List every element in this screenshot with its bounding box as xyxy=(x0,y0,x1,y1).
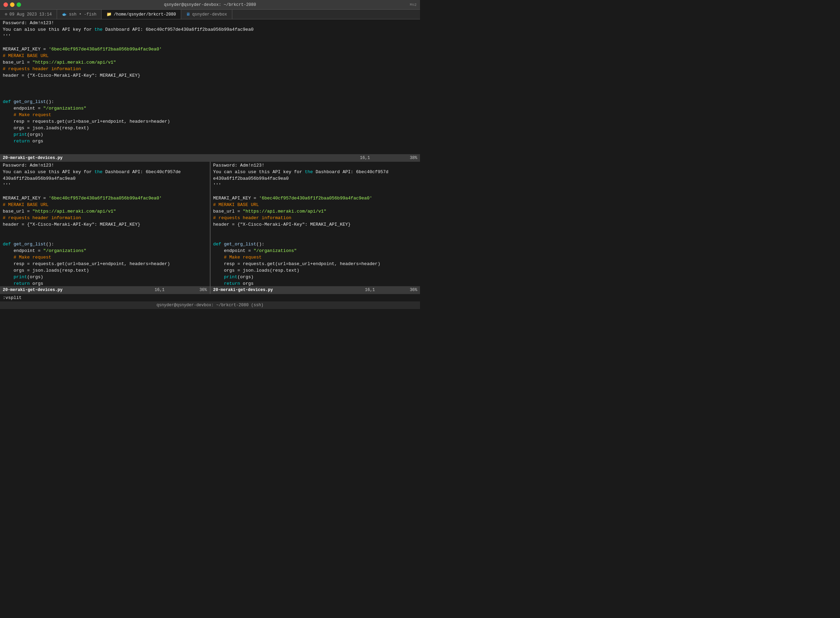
code-line xyxy=(0,189,210,195)
folder-icon: 📁 xyxy=(107,12,112,17)
left-status-percent: 36% xyxy=(199,288,207,293)
code-line: print(orgs) xyxy=(211,274,420,281)
code-line: orgs = json.loads(resp.text) xyxy=(0,267,210,274)
tab-ssh-label: ssh • -fish xyxy=(69,12,97,17)
code-line: ''' xyxy=(0,33,420,40)
code-line xyxy=(211,235,420,241)
code-line xyxy=(0,79,420,86)
split-left-pane: Password: Adm!n123! You can also use thi… xyxy=(0,162,210,294)
tab-host[interactable]: 🖥 qsnyder-devbox xyxy=(181,10,232,19)
code-line: return orgs xyxy=(0,281,210,286)
tab-ssh[interactable]: 🐟 ssh • -fish xyxy=(57,10,102,19)
code-line: You can also use this API key for the Da… xyxy=(0,169,210,175)
right-status-percent: 36% xyxy=(410,288,417,293)
right-status-filename: 20-meraki-get-devices.py xyxy=(213,288,273,293)
code-line: MERAKI_API_KEY = '6bec40cf957de430a6f1f2… xyxy=(0,195,210,202)
top-status-pos: 16,1 38% xyxy=(360,156,417,160)
left-status-position: 16,1 xyxy=(155,288,165,293)
code-line: base_url = "https://api.meraki.com/api/v… xyxy=(211,208,420,215)
close-button[interactable] xyxy=(3,2,8,7)
code-line: You can also use this API key for the Da… xyxy=(211,169,420,175)
code-line: return orgs xyxy=(211,281,420,286)
bottom-label: qsnyder@qsnyder-devbox: ~/brkcrt-2080 (s… xyxy=(157,303,264,308)
right-status-bar: 20-meraki-get-devices.py 16,1 36% xyxy=(211,286,420,294)
code-line: def get_org_list(): xyxy=(0,241,210,248)
code-line: e430a6f1f2baa056b99a4fac9ea0 xyxy=(211,175,420,182)
left-code-content: Password: Adm!n123! You can also use thi… xyxy=(0,162,210,286)
code-line xyxy=(0,86,420,92)
tab-dir[interactable]: 📁 /home/qsnyder/brkcrt-2080 xyxy=(102,10,181,19)
top-status-percent: 38% xyxy=(410,156,417,160)
top-status-bar: 20-meraki-get-devices.py 16,1 38% xyxy=(0,154,420,162)
code-line: ''' xyxy=(211,182,420,189)
code-line: base_url = "https://api.meraki.com/api/v… xyxy=(0,59,420,66)
code-line: resp = requests.get(url=base_url+endpoin… xyxy=(0,119,420,125)
right-status-pos: 16,1 36% xyxy=(365,288,417,293)
window-title: qsnyder@qsnyder-devbox: ~/brkcrt-2080 xyxy=(164,2,256,7)
monitor-icon: 🖥 xyxy=(186,12,190,17)
right-status-position: 16,1 xyxy=(365,288,375,293)
code-line: # MERAKI BASE URL xyxy=(0,202,210,208)
code-line xyxy=(211,228,420,235)
code-line: def get_org_list(): xyxy=(211,241,420,248)
code-line: return orgs xyxy=(0,138,420,145)
code-line: endpoint = "/organizations" xyxy=(211,248,420,254)
code-line: # MERAKI BASE URL xyxy=(0,53,420,59)
code-line: # MERAKI BASE URL xyxy=(211,202,420,208)
code-line: header = {"X-Cisco-Meraki-API-Key": MERA… xyxy=(211,221,420,228)
code-line: Password: Adm!n123! xyxy=(0,20,420,27)
maximize-button[interactable] xyxy=(16,2,21,7)
code-line: # requests header information xyxy=(211,215,420,221)
bottom-info-bar: qsnyder@qsnyder-devbox: ~/brkcrt-2080 (s… xyxy=(0,302,420,309)
tab-host-label: qsnyder-devbox xyxy=(192,12,227,17)
left-status-pos: 16,1 36% xyxy=(155,288,207,293)
minimize-button[interactable] xyxy=(10,2,15,7)
split-right-pane: Password: Adm!n123! You can also use thi… xyxy=(211,162,420,294)
code-line: MERAKI_API_KEY = '6bec40cf957de430a6f1f2… xyxy=(211,195,420,202)
code-line: MERAKI_API_KEY = '6bec40cf957de430a6f1f2… xyxy=(0,46,420,53)
tab-date-label: 09 Aug 2023 13:14 xyxy=(9,12,52,17)
tab-date[interactable]: ⊙ 09 Aug 2023 13:14 xyxy=(0,10,57,19)
code-line: header = {"X-Cisco-Meraki-API-Key": MERA… xyxy=(0,221,210,228)
code-line: 430a6f1f2baa056b99a4fac9ea0 xyxy=(0,175,210,182)
top-code-pane: Password: Adm!n123! You can also use thi… xyxy=(0,19,420,154)
command-bar[interactable]: :vsplit xyxy=(0,294,420,302)
code-line: orgs = json.loads(resp.text) xyxy=(0,125,420,132)
code-line: ''' xyxy=(0,182,210,189)
code-line: def get_org_list(): xyxy=(0,99,420,105)
code-line: # Make request xyxy=(0,254,210,261)
code-line: base_url = "https://api.meraki.com/api/v… xyxy=(0,208,210,215)
title-bar: qsnyder@qsnyder-devbox: ~/brkcrt-2080 ⌘⎋… xyxy=(0,0,420,10)
code-line xyxy=(0,235,210,241)
left-status-bar: 20-meraki-get-devices.py 16,1 36% xyxy=(0,286,210,294)
code-line: # Make request xyxy=(0,112,420,119)
cmd-text: :vsplit xyxy=(3,295,22,300)
window-controls xyxy=(3,2,21,7)
code-line: endpoint = "/organizations" xyxy=(0,248,210,254)
code-line xyxy=(211,189,420,195)
code-line: # requests header information xyxy=(0,66,420,73)
code-line: # requests header information xyxy=(0,215,210,221)
code-line: Password: Adm!n123! xyxy=(0,162,210,169)
code-line: print(orgs) xyxy=(0,132,420,138)
code-line: # Make request xyxy=(211,254,420,261)
split-panes: Password: Adm!n123! You can also use thi… xyxy=(0,162,420,294)
code-line xyxy=(0,92,420,99)
left-status-filename: 20-meraki-get-devices.py xyxy=(3,288,62,293)
clock-icon: ⊙ xyxy=(5,12,7,17)
top-status-position: 16,1 xyxy=(360,156,370,160)
code-line xyxy=(0,40,420,46)
code-line xyxy=(0,228,210,235)
top-code-content: Password: Adm!n123! You can also use thi… xyxy=(0,20,420,145)
code-line: Password: Adm!n123! xyxy=(211,162,420,169)
code-line: orgs = json.loads(resp.text) xyxy=(211,267,420,274)
keyboard-shortcut: ⌘⎋2 xyxy=(410,2,416,7)
code-line: print(orgs) xyxy=(0,274,210,281)
code-line: endpoint = "/organizations" xyxy=(0,105,420,112)
code-line: resp = requests.get(url=base_url+endpoin… xyxy=(211,261,420,267)
top-status-filename: 20-meraki-get-devices.py xyxy=(3,156,62,160)
tab-dir-label: /home/qsnyder/brkcrt-2080 xyxy=(114,12,176,17)
code-line: header = {"X-Cisco-Meraki-API-Key": MERA… xyxy=(0,73,420,79)
right-code-content: Password: Adm!n123! You can also use thi… xyxy=(211,162,420,286)
tab-bar: ⊙ 09 Aug 2023 13:14 🐟 ssh • -fish 📁 /hom… xyxy=(0,10,420,19)
